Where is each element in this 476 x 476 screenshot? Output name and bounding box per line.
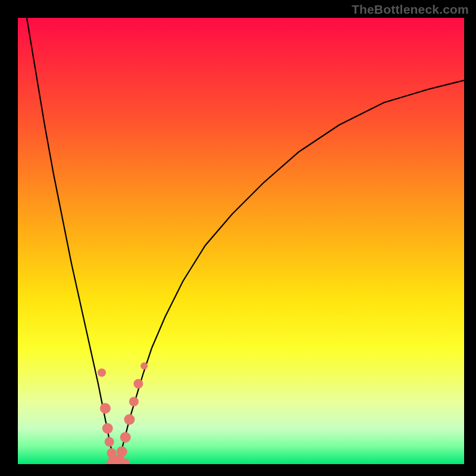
data-marker (117, 446, 127, 457)
data-marker (100, 403, 111, 414)
chart-svg (18, 18, 464, 464)
data-marker (105, 437, 114, 447)
data-marker (134, 379, 143, 389)
data-marker (98, 368, 106, 377)
watermark-text: TheBottleneck.com (352, 2, 469, 17)
curve-right-branch (116, 80, 464, 464)
data-marker (124, 414, 135, 425)
data-marker (120, 432, 131, 443)
data-marker (129, 397, 139, 406)
data-marker (102, 423, 113, 434)
plot-area (18, 18, 464, 464)
data-markers (98, 362, 148, 464)
data-marker (140, 362, 148, 369)
curve-left-branch (27, 18, 116, 464)
